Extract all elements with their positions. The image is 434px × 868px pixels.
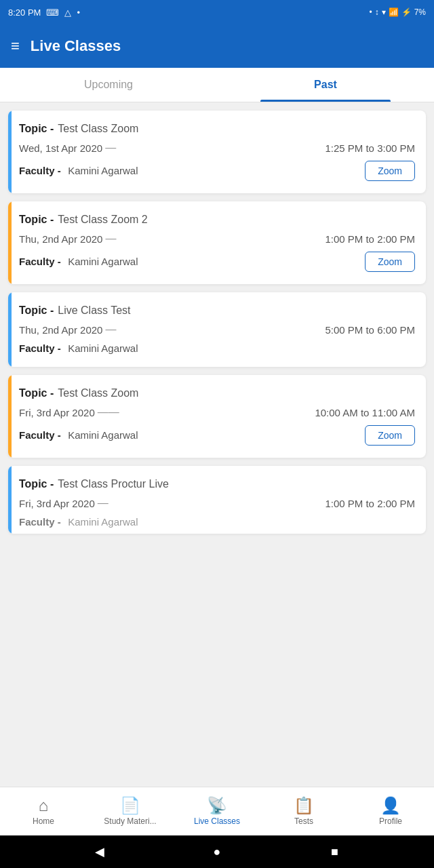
faculty-label: Faculty - (19, 429, 61, 441)
card-topic-row: Topic - Test Class Proctur Live (19, 478, 415, 490)
status-icon-app: △ (64, 7, 71, 18)
zoom-button[interactable]: Zoom (365, 161, 415, 181)
nav-label-study: Study Materi... (104, 816, 156, 826)
card-faculty-row: Faculty - Kamini Agarwal Zoom (19, 252, 415, 272)
topic-label: Topic - (19, 304, 54, 317)
topic-label: Topic - (19, 387, 54, 399)
time-text: 1:25 PM to 3:00 PM (325, 142, 415, 154)
topic-value: Test Class Proctur Live (58, 478, 169, 490)
nav-item-tests[interactable]: 📋 Tests (260, 787, 347, 835)
home-icon: ⌂ (39, 797, 49, 814)
faculty-label: Faculty - (19, 342, 61, 354)
faculty-name: Kamini Agarwal (68, 256, 138, 267)
nav-label-tests: Tests (294, 816, 313, 826)
back-button[interactable]: ◀ (90, 842, 109, 861)
card-faculty-row: Faculty - Kamini Agarwal (19, 342, 415, 355)
topic-label: Topic - (19, 214, 54, 226)
date-text: Thu, 2nd Apr 2020 (19, 233, 102, 245)
topic-label: Topic - (19, 478, 54, 490)
card-topic-row: Topic - Test Class Zoom (19, 123, 415, 135)
class-card: Topic - Test Class Zoom Wed, 1st Apr 202… (8, 111, 426, 193)
date-text: Thu, 2nd Apr 2020 (19, 324, 102, 336)
status-icon-keyboard: ⌨ (46, 7, 59, 18)
time-text: 10:00 AM to 11:00 AM (315, 407, 415, 418)
status-bar: 8:20 PM ⌨ △ • • ↕ ▾ 📶 ⚡ 7% (0, 0, 434, 24)
status-battery: 7% (414, 7, 426, 17)
time-text: 1:00 PM to 2:00 PM (325, 233, 415, 245)
time-text: 5:00 PM to 6:00 PM (325, 324, 415, 336)
status-icon-wifi: ▾ (382, 7, 386, 17)
live-classes-icon: 📡 (207, 797, 227, 814)
status-dot2: • (369, 7, 372, 17)
faculty-name: Kamini Agarwal (68, 165, 138, 176)
time-text: 1:00 PM to 2:00 PM (325, 498, 415, 509)
card-date-row: Thu, 2nd Apr 2020 — 5:00 PM to 6:00 PM (19, 323, 415, 336)
topic-value: Test Class Zoom 2 (58, 214, 147, 226)
recents-button[interactable]: ■ (325, 842, 344, 861)
class-list: Topic - Test Class Zoom Wed, 1st Apr 202… (0, 102, 434, 787)
faculty-label: Faculty - (19, 516, 61, 528)
zoom-button[interactable]: Zoom (365, 252, 415, 272)
nav-label-profile: Profile (379, 816, 402, 826)
tab-upcoming[interactable]: Upcoming (0, 68, 217, 102)
status-icon-signal3: ⚡ (401, 7, 412, 17)
topic-label: Topic - (19, 123, 54, 135)
card-topic-row: Topic - Live Class Test (19, 304, 415, 317)
card-faculty-row: Faculty - Kamini Agarwal Zoom (19, 425, 415, 446)
nav-label-live: Live Classes (194, 816, 240, 826)
faculty-name: Kamini Agarwal (68, 342, 138, 354)
faculty-name: Kamini Agarwal (68, 429, 138, 441)
nav-item-study-material[interactable]: 📄 Study Materi... (87, 787, 174, 835)
nav-item-live-classes[interactable]: 📡 Live Classes (174, 787, 260, 835)
android-nav: ◀ ● ■ (0, 835, 434, 868)
card-date-row: Thu, 2nd Apr 2020 — 1:00 PM to 2:00 PM (19, 233, 415, 245)
status-right: • ↕ ▾ 📶 ⚡ 7% (369, 7, 426, 17)
zoom-button[interactable]: Zoom (365, 425, 415, 446)
status-time: 8:20 PM (8, 7, 41, 18)
nav-item-profile[interactable]: 👤 Profile (347, 787, 434, 835)
date-text: Wed, 1st Apr 2020 (19, 142, 102, 154)
study-material-icon: 📄 (120, 797, 140, 814)
tab-bar: Upcoming Past (0, 68, 434, 102)
card-faculty-row: Faculty - Kamini Agarwal (19, 516, 415, 528)
card-date-row: Fri, 3rd Apr 2020 —— 10:00 AM to 11:00 A… (19, 406, 415, 418)
class-card: Topic - Test Class Proctur Live Fri, 3rd… (8, 466, 426, 534)
faculty-label: Faculty - (19, 165, 61, 176)
card-date-row: Wed, 1st Apr 2020 — 1:25 PM to 3:00 PM (19, 142, 415, 154)
class-card: Topic - Test Class Zoom 2 Thu, 2nd Apr 2… (8, 201, 426, 284)
nav-label-home: Home (33, 816, 54, 826)
header: ≡ Live Classes (0, 24, 434, 68)
faculty-label: Faculty - (19, 256, 61, 267)
tab-past[interactable]: Past (217, 68, 434, 102)
faculty-name: Kamini Agarwal (68, 516, 138, 528)
status-left: 8:20 PM ⌨ △ • (8, 7, 80, 18)
card-date-row: Fri, 3rd Apr 2020 — 1:00 PM to 2:00 PM (19, 497, 415, 509)
page-title: Live Classes (31, 37, 121, 55)
profile-icon: 👤 (380, 797, 401, 814)
card-faculty-row: Faculty - Kamini Agarwal Zoom (19, 161, 415, 181)
topic-value: Live Class Test (58, 304, 130, 317)
tests-icon: 📋 (294, 797, 314, 814)
status-dot: • (77, 7, 80, 18)
status-icon-signal2: 📶 (389, 7, 399, 17)
date-text: Fri, 3rd Apr 2020 (19, 407, 95, 418)
home-button[interactable]: ● (208, 842, 226, 861)
date-text: Fri, 3rd Apr 2020 (19, 498, 95, 509)
topic-value: Test Class Zoom (58, 387, 138, 399)
hamburger-icon[interactable]: ≡ (11, 37, 20, 55)
card-topic-row: Topic - Test Class Zoom 2 (19, 214, 415, 226)
class-card: Topic - Live Class Test Thu, 2nd Apr 202… (8, 292, 426, 367)
topic-value: Test Class Zoom (58, 123, 138, 135)
nav-item-home[interactable]: ⌂ Home (0, 787, 87, 835)
class-card: Topic - Test Class Zoom Fri, 3rd Apr 202… (8, 375, 426, 458)
status-icon-signal1: ↕ (375, 7, 379, 17)
bottom-nav: ⌂ Home 📄 Study Materi... 📡 Live Classes … (0, 787, 434, 835)
card-topic-row: Topic - Test Class Zoom (19, 387, 415, 399)
